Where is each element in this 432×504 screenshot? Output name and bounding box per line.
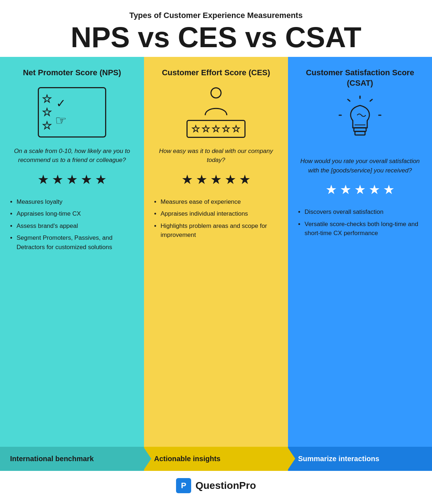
nps-hand-icon: ☞ <box>55 113 67 128</box>
nps-bullet-3: Assess brand's appeal <box>10 220 134 232</box>
ces-bullet-3: Highlights problem areas and scope for i… <box>154 220 278 241</box>
nps-bullet-list: Measures loyalty Appraises long-time CX … <box>10 196 134 436</box>
nps-bullet-1: Measures loyalty <box>10 196 134 208</box>
nps-column: Net Promoter Score (NPS) ★ ★ ★ ✓ ☞ On a … <box>0 57 144 471</box>
nps-rating-star-2: ★ <box>52 172 63 187</box>
header-title: NPS vs CES vs CSAT <box>7 22 425 53</box>
nps-rating-star-1: ★ <box>37 172 49 187</box>
ces-rating-star-4: ★ <box>225 172 236 187</box>
nps-stars-row: ★ ★ ★ ★ ★ <box>10 172 134 187</box>
svg-line-4 <box>348 99 350 101</box>
ces-rating-star-3: ★ <box>210 172 222 187</box>
csat-rating-star-2: ★ <box>340 182 351 197</box>
nps-icon-area: ★ ★ ★ ✓ ☞ <box>10 85 134 139</box>
logo-icon: P <box>176 478 191 493</box>
ces-rating-star-1: ★ <box>181 172 193 187</box>
nps-check-icon: ✓ <box>56 96 66 110</box>
nps-bullet-4: Segment Promoters, Passives, and Detract… <box>10 232 134 253</box>
nps-footer-banner: International benchmark <box>0 447 144 471</box>
ces-stars-row: ★ ★ ★ ★ ★ <box>154 172 278 187</box>
csat-rating-star-5: ★ <box>383 182 395 197</box>
ces-stars-box: ★ ★ ★ ★ ★ <box>186 120 246 138</box>
nps-question: On a scale from 0-10, how likely are you… <box>10 147 134 165</box>
csat-bullet-2: Versatile score-checks both long-time an… <box>298 218 422 239</box>
ces-title: Customer Effort Score (CES) <box>154 68 278 78</box>
nps-star-2: ★ <box>42 106 51 118</box>
nps-rating-star-3: ★ <box>66 172 78 187</box>
ces-rating-star-2: ★ <box>196 172 207 187</box>
csat-question: How would you rate your overall satisfac… <box>298 157 422 175</box>
nps-right-icons: ✓ ☞ <box>55 96 67 128</box>
nps-stars: ★ ★ ★ <box>42 93 51 131</box>
ces-question: How easy was it to deal with our company… <box>154 147 278 165</box>
ces-bullet-1: Measures ease of experience <box>154 196 278 208</box>
nps-rating-star-5: ★ <box>95 172 107 187</box>
csat-rating-star-3: ★ <box>354 182 366 197</box>
page-header: Types of Customer Experience Measurement… <box>0 0 432 57</box>
csat-bullet-list: Discovers overall satisfaction Versatile… <box>298 206 422 436</box>
ces-column: Customer Effort Score (CES) ★ ★ ★ ★ ★ Ho… <box>144 57 288 471</box>
csat-lightbulb-icon <box>338 95 382 149</box>
nps-star-1: ★ <box>42 93 51 105</box>
svg-rect-10 <box>355 131 365 135</box>
nps-banner-arrow <box>143 447 151 471</box>
nps-rating-star-4: ★ <box>81 172 92 187</box>
ces-rating-star-5: ★ <box>239 172 251 187</box>
csat-icon-area <box>298 95 422 149</box>
csat-title: Customer Satisfaction Score (CSAT) <box>298 68 422 88</box>
ces-star-4: ★ <box>222 124 230 134</box>
ces-star-3: ★ <box>212 124 220 134</box>
header-subtitle: Types of Customer Experience Measurement… <box>7 11 425 20</box>
csat-rating-star-4: ★ <box>369 182 380 197</box>
ces-bullet-list: Measures ease of experience Appraises in… <box>154 196 278 436</box>
nps-icon: ★ ★ ★ ✓ ☞ <box>38 87 106 138</box>
logo-name: QuestionPro <box>195 480 256 491</box>
svg-point-0 <box>211 88 221 98</box>
svg-line-3 <box>370 99 372 101</box>
nps-bullet-2: Appraises long-time CX <box>10 208 134 220</box>
csat-rating-star-1: ★ <box>325 182 337 197</box>
csat-footer-banner: Summarize interactions <box>288 447 432 471</box>
ces-person-icon <box>202 86 230 117</box>
ces-star-2: ★ <box>202 124 210 134</box>
ces-banner-arrow <box>287 447 295 471</box>
ces-icon-area: ★ ★ ★ ★ ★ <box>154 85 278 139</box>
csat-bullet-1: Discovers overall satisfaction <box>298 206 422 218</box>
csat-column: Customer Satisfaction Score (CSAT) <box>288 57 432 471</box>
bottom-logo: P QuestionPro <box>0 471 432 504</box>
ces-footer-text: Actionable insights <box>154 455 220 463</box>
columns-wrapper: Net Promoter Score (NPS) ★ ★ ★ ✓ ☞ On a … <box>0 57 432 471</box>
ces-footer-banner: Actionable insights <box>144 447 288 471</box>
nps-footer-text: International benchmark <box>10 455 94 463</box>
ces-icon-wrap: ★ ★ ★ ★ ★ <box>186 86 246 138</box>
csat-stars-row: ★ ★ ★ ★ ★ <box>298 182 422 197</box>
ces-star-1: ★ <box>192 124 200 134</box>
nps-title: Net Promoter Score (NPS) <box>10 68 134 78</box>
nps-star-3: ★ <box>42 120 51 131</box>
ces-bullet-2: Appraises individual interactions <box>154 208 278 220</box>
ces-star-5: ★ <box>232 124 240 134</box>
csat-footer-text: Summarize interactions <box>298 455 379 463</box>
